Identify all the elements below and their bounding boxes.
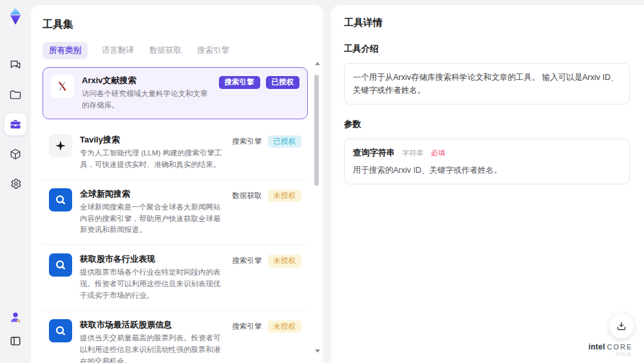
ultra-logo-text: Ultra <box>587 351 634 358</box>
core-logo-text: core <box>607 343 632 351</box>
tool-desc: 提供当天交易量最高的股票列表。投资者可以利用这些信息来识别流动性强的股票和潜在的… <box>80 333 225 363</box>
tool-status-badge: 未授权 <box>268 255 302 268</box>
tool-category-badge: 搜索引擎 <box>219 76 260 89</box>
tool-status-badge: 未授权 <box>268 320 302 333</box>
tool-list-panel: 工具集 所有类别语言翻译数据获取搜索引擎 Arxiv文献搜索 访问各个研究领域大… <box>31 5 323 363</box>
tool-detail-panel: 工具详情 工具介绍 一个用于从Arxiv存储库搜索科学论文和文章的工具。 输入可… <box>331 5 644 363</box>
search-blue-icon <box>49 253 72 277</box>
tool-name: 全球新闻搜索 <box>80 188 225 200</box>
tool-category-badge: 搜索引擎 <box>232 255 262 268</box>
tool-category-badge: 数据获取 <box>232 190 262 202</box>
scrollbar[interactable] <box>313 61 321 354</box>
collapse-panel-icon[interactable] <box>8 333 23 349</box>
tavily-icon <box>49 134 72 157</box>
intro-text: 一个用于从Arxiv存储库搜索科学论文和文章的工具。 输入可以是Arxiv ID… <box>353 71 621 97</box>
tool-status-badge: 已授权 <box>266 76 300 89</box>
tool-desc: 访问各个研究领域大量科学论文和文章的存储库。 <box>82 88 211 112</box>
category-tab[interactable]: 所有类别 <box>43 42 88 59</box>
folder-icon[interactable] <box>5 85 26 104</box>
chat-icon[interactable] <box>5 55 26 75</box>
tool-list: Arxiv文献搜索 访问各个研究领域大量科学论文和文章的存储库。 搜索引擎 已授… <box>43 67 308 363</box>
param-type: 字符串 <box>402 149 423 157</box>
intro-box: 一个用于从Arxiv存储库搜索科学论文和文章的工具。 输入可以是Arxiv ID… <box>344 63 630 104</box>
tool-desc: 全球新闻搜索是一个聚合全球各大新闻网站内容的搜索引擎，帮助用户快速获取全球最新资… <box>80 202 225 236</box>
intel-core-badge: intelcore Ultra <box>587 340 634 358</box>
tool-status-badge: 已授权 <box>268 135 302 148</box>
scrollbar-thumb[interactable] <box>314 75 319 186</box>
tool-desc: 专为人工智能代理 (LLM) 构建的搜索引擎工具，可快速提供实时、准确和真实的结… <box>80 148 225 171</box>
params-heading: 参数 <box>344 119 630 130</box>
tool-card[interactable]: Tavily搜索 专为人工智能代理 (LLM) 构建的搜索引擎工具，可快速提供实… <box>43 126 308 180</box>
download-button[interactable] <box>609 314 634 338</box>
search-blue-icon <box>49 319 72 342</box>
intro-heading: 工具介绍 <box>344 43 630 55</box>
workspace: 工具集 所有类别语言翻译数据获取搜索引擎 Arxiv文献搜索 访问各个研究领域大… <box>31 5 644 363</box>
category-tabs: 所有类别语言翻译数据获取搜索引擎 <box>43 42 314 59</box>
category-tab[interactable]: 语言翻译 <box>100 42 135 59</box>
tool-category-badge: 搜索引擎 <box>232 320 262 333</box>
tool-card[interactable]: 全球新闻搜索 全球新闻搜索是一个聚合全球各大新闻网站内容的搜索引擎，帮助用户快速… <box>43 180 308 246</box>
tool-category-badge: 搜索引擎 <box>232 135 262 148</box>
tool-name: 获取股市各行业表现 <box>80 253 225 265</box>
tool-status-badge: 未授权 <box>268 190 302 202</box>
tool-card[interactable]: 获取市场最活跃股票信息 提供当天交易量最高的股票列表。投资者可以利用这些信息来识… <box>43 311 308 363</box>
scroll-up-icon[interactable] <box>315 62 320 65</box>
avatar[interactable] <box>7 309 24 326</box>
tool-desc: 提供股票市场各个行业在特定时间段内的表现。投资者可以利用这些信息来识别表现优于或… <box>80 267 225 301</box>
tool-name: Arxiv文献搜索 <box>82 75 211 86</box>
search-blue-icon <box>49 188 72 211</box>
category-tab[interactable]: 搜索引擎 <box>196 42 231 59</box>
arxiv-icon <box>51 75 74 98</box>
tool-card[interactable]: Arxiv文献搜索 访问各个研究领域大量科学论文和文章的存储库。 搜索引擎 已授… <box>43 67 308 119</box>
tool-name: Tavily搜索 <box>80 134 225 146</box>
param-name: 查询字符串 <box>353 148 395 157</box>
scroll-down-icon[interactable] <box>315 349 320 353</box>
param-required-badge: 必填 <box>431 149 445 157</box>
app-logo-icon[interactable] <box>6 6 25 26</box>
param-desc: 用于搜索的Arxiv ID、关键字或作者姓名。 <box>353 164 621 177</box>
toolbox-icon[interactable] <box>5 113 26 135</box>
param-header: 查询字符串 字符串 必填 <box>353 146 621 159</box>
left-rail <box>0 0 31 363</box>
settings-icon[interactable] <box>5 174 26 193</box>
intel-logo-text: intel <box>589 342 605 351</box>
page-title: 工具集 <box>43 18 314 32</box>
param-box: 查询字符串 字符串 必填 用于搜索的Arxiv ID、关键字或作者姓名。 <box>344 139 630 184</box>
cube-icon[interactable] <box>5 144 26 164</box>
detail-title: 工具详情 <box>344 17 630 29</box>
tool-name: 获取市场最活跃股票信息 <box>80 319 225 331</box>
tool-card[interactable]: 获取股市各行业表现 提供股票市场各个行业在特定时间段内的表现。投资者可以利用这些… <box>43 245 308 311</box>
category-tab[interactable]: 数据获取 <box>148 42 183 59</box>
